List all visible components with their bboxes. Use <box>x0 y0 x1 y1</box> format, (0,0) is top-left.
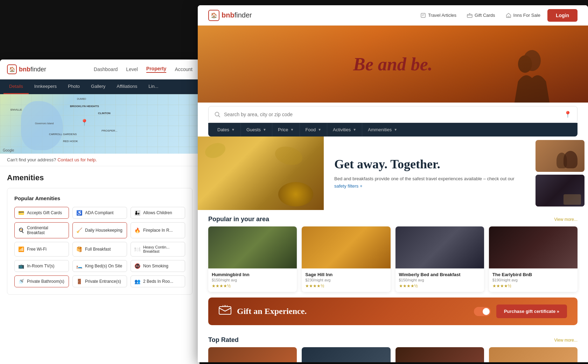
admin-address-note: Can't find your address? Contact us for … <box>0 154 200 166</box>
nav-account[interactable]: Account <box>175 66 192 72</box>
amenity-king-bed[interactable]: 🛏️ King Bed(s) On Site <box>72 260 127 272</box>
promo-photo-1 <box>536 140 584 172</box>
popular-view-more[interactable]: View more... <box>554 217 578 222</box>
amenities-card: Popular Amenities 💳 Accepts Gift Cards ♿… <box>7 188 192 295</box>
bed-icon: 🛏️ <box>76 263 82 269</box>
tv-icon: 📺 <box>18 263 24 269</box>
map-label-dumbo: DUMBO <box>77 98 86 100</box>
property-stars-3: ★★★★½ <box>399 284 481 288</box>
promo-text-area: Get away. Together. Bed and breakfasts p… <box>324 136 536 210</box>
nav-property[interactable]: Property <box>146 66 167 73</box>
amenity-non-smoking[interactable]: 🚭 Non Smoking <box>131 260 185 272</box>
amenity-children[interactable]: 👨‍👧 Allows Children <box>131 207 185 219</box>
nav-dashboard[interactable]: Dashboard <box>94 66 118 72</box>
filter-dates[interactable]: Dates ▼ <box>212 123 241 136</box>
amenity-continental[interactable]: 🍳 Continental Breakfast <box>14 222 69 238</box>
svg-point-8 <box>215 112 219 116</box>
subnav-details[interactable]: Details <box>4 79 29 94</box>
search-bar: 📍 <box>208 106 578 123</box>
amenity-wifi[interactable]: 📶 Free Wi-Fi <box>14 242 69 257</box>
pub-nav: Travel Articles Gift Cards Inns For Sale <box>420 13 540 18</box>
admin-subnav: Details Innkeepers Photo Gallery Affilia… <box>0 79 200 94</box>
nav-travel-articles[interactable]: Travel Articles <box>420 13 456 18</box>
top-card-3[interactable] <box>396 347 484 362</box>
contact-link[interactable]: Contact us for help. <box>57 157 97 162</box>
popular-section-header: Popular in your area View more... <box>198 210 588 226</box>
subnav-innkeepers[interactable]: Innkeepers <box>29 79 62 94</box>
property-img-4 <box>489 226 578 268</box>
top-rated-view-more[interactable]: View more... <box>554 338 578 343</box>
map-label-prosper: PROSPER... <box>102 129 118 132</box>
filter-price[interactable]: Price ▼ <box>272 123 300 136</box>
promo-heading: Get away. Together. <box>334 157 525 172</box>
top-card-1[interactable] <box>208 347 297 362</box>
property-name-2: Sage Hill Inn <box>305 272 387 277</box>
amenity-housekeeping[interactable]: 🧹 Daily Housekeeping <box>72 222 127 238</box>
amenity-fireplace[interactable]: 🔥 Fireplace In R... <box>131 222 185 238</box>
map-pin: 📍 <box>80 119 88 126</box>
filter-guests[interactable]: Guests ▼ <box>241 123 272 136</box>
food-bg <box>198 136 324 210</box>
property-card-1[interactable]: Hummingbird Inn $150/night avg ★★★★½ <box>208 226 297 292</box>
nav-level[interactable]: Level <box>126 66 138 72</box>
search-input[interactable] <box>224 112 560 117</box>
admin-logo-text: bnbfinder <box>19 66 46 73</box>
amenity-tv[interactable]: 📺 In-Room TV(s) <box>14 260 69 272</box>
wifi-icon: 📶 <box>18 246 24 252</box>
amenity-ada[interactable]: ♿ ADA Compliant <box>72 207 127 219</box>
subnav-photo[interactable]: Photo <box>62 79 85 94</box>
map-label-carroll: CARROLL GARDENS <box>49 133 77 136</box>
amenities-chevron: ▼ <box>394 128 397 132</box>
property-img-1 <box>208 226 297 268</box>
amenities-grid: 💳 Accepts Gift Cards ♿ ADA Compliant 👨‍👧… <box>14 207 185 287</box>
property-name-4: The Earlybird BnB <box>492 272 574 277</box>
top-card-4[interactable] <box>489 347 578 362</box>
purchase-gift-button[interactable]: Purchase gift certificate » <box>496 304 567 318</box>
property-info-1: Hummingbird Inn $150/night avg ★★★★½ <box>208 268 297 292</box>
amenities-title: Amenities <box>7 173 192 182</box>
svg-rect-3 <box>467 14 472 18</box>
property-card-2[interactable]: Sage Hill Inn $230/night avg ★★★★½ <box>302 226 390 292</box>
public-header: 🏠 bnbfinder Travel Articles Gift Cards I… <box>198 5 588 26</box>
bowl-shape <box>278 182 313 206</box>
login-button[interactable]: Login <box>547 9 578 22</box>
filter-amenities[interactable]: Ammenities ▼ <box>362 123 403 136</box>
top-card-2[interactable] <box>302 347 390 362</box>
article-icon <box>420 13 426 18</box>
filter-bar: Dates ▼ Guests ▼ Price ▼ Food ▼ Activiti… <box>208 123 578 136</box>
amenity-full-breakfast[interactable]: 🥞 Full Breakfast <box>72 242 127 257</box>
gift-envelope-icon <box>219 305 231 317</box>
top-rated-grid <box>198 347 588 362</box>
guests-chevron: ▼ <box>263 128 266 132</box>
property-card-3[interactable]: Wimberly Bed and Breakfast $150/night av… <box>396 226 484 292</box>
svg-rect-10 <box>219 307 231 314</box>
top-rated-title: Top Rated <box>208 336 239 344</box>
amenity-private-bath[interactable]: 🚿 Private Bathroom(s) <box>14 275 69 287</box>
subnav-lin[interactable]: Lin... <box>143 79 164 94</box>
nav-inns-for-sale[interactable]: Inns For Sale <box>506 13 540 18</box>
bath-icon: 🚿 <box>18 279 24 284</box>
safety-link[interactable]: safety filters + <box>334 183 363 189</box>
pub-logo-icon: 🏠 <box>208 10 219 21</box>
admin-logo-icon: 🏠 <box>7 64 17 74</box>
gift-toggle[interactable] <box>474 307 491 316</box>
hero-silhouette <box>497 33 560 103</box>
subnav-gallery[interactable]: Gallery <box>85 79 111 94</box>
heavy-breakfast-icon: 🍽️ <box>134 246 140 252</box>
filter-food[interactable]: Food ▼ <box>300 123 328 136</box>
pub-logo: 🏠 bnbfinder <box>208 10 252 21</box>
amenity-2-beds[interactable]: 👥 2 Beds In Roo... <box>131 275 185 287</box>
nav-gift-cards[interactable]: Gift Cards <box>467 13 495 18</box>
property-card-4[interactable]: The Earlybird BnB $190/night avg ★★★★½ <box>489 226 578 292</box>
property-stars-1: ★★★★½ <box>212 284 293 288</box>
ada-icon: ♿ <box>76 210 82 216</box>
amenity-private-entrance[interactable]: 🚪 Private Entrance(s) <box>72 275 127 287</box>
filter-activities[interactable]: Activities ▼ <box>327 123 362 136</box>
property-name-3: Wimberly Bed and Breakfast <box>399 272 481 277</box>
admin-window: 🏠 bnbfinder Dashboard Level Property Acc… <box>0 59 200 364</box>
property-stars-4: ★★★★½ <box>492 284 574 288</box>
subnav-affiliations[interactable]: Affiliations <box>111 79 143 94</box>
promo-section: Get away. Together. Bed and breakfasts p… <box>198 136 588 210</box>
amenity-accepts-gift-cards[interactable]: 💳 Accepts Gift Cards <box>14 207 69 219</box>
amenity-heavy-continental[interactable]: 🍽️ Heavy Contin... Breakfast <box>131 242 185 257</box>
